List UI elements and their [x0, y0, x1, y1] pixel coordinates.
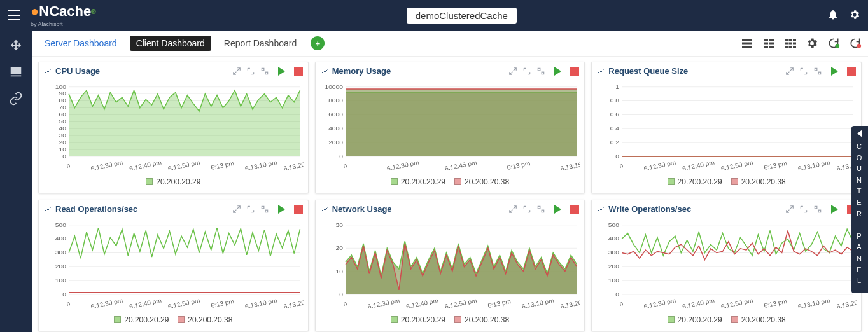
svg-text:6:12:30 pm: 6:12:30 pm — [386, 159, 420, 172]
legend-server-b: 20.200.20.38 — [741, 177, 786, 186]
detach-icon[interactable] — [232, 205, 241, 214]
refresh-green-icon[interactable] — [827, 37, 840, 50]
svg-rect-11 — [793, 39, 796, 41]
tab-report-dashboard[interactable]: Report Dashboard — [218, 36, 303, 51]
svg-text:6:12:40 pm: 6:12:40 pm — [405, 297, 439, 310]
svg-text:2000: 2000 — [328, 139, 343, 146]
svg-rect-12 — [785, 43, 788, 45]
chart-card-write: Write Operations/sec 0100200300400500n6:… — [591, 200, 862, 331]
chart-line-icon — [321, 205, 328, 213]
play-button[interactable] — [278, 67, 285, 76]
detach-icon[interactable] — [232, 67, 241, 76]
svg-text:6:12:50 pm: 6:12:50 pm — [720, 159, 754, 172]
svg-text:6:12:50 pm: 6:12:50 pm — [444, 297, 477, 310]
counter-panel-toggle[interactable]: COUNTER PANEL — [851, 126, 868, 293]
svg-text:n: n — [619, 162, 624, 169]
refresh-red-icon[interactable] — [849, 37, 862, 50]
stop-button[interactable] — [294, 67, 303, 76]
svg-rect-134 — [815, 206, 817, 209]
legend-server-a: 20.200.20.29 — [678, 177, 722, 186]
expand-icon[interactable] — [522, 205, 531, 214]
play-button[interactable] — [831, 67, 838, 76]
svg-text:6:13:10 pm: 6:13:10 pm — [244, 297, 278, 310]
notifications-icon[interactable] — [827, 9, 839, 22]
svg-text:0: 0 — [339, 153, 343, 160]
svg-text:6:13 pm: 6:13 pm — [210, 298, 235, 309]
detach-icon[interactable] — [508, 67, 517, 76]
topology-icon[interactable] — [9, 38, 23, 52]
expand-icon[interactable] — [246, 205, 255, 214]
svg-text:40: 40 — [59, 125, 67, 132]
stop-button[interactable] — [847, 67, 856, 76]
svg-rect-14 — [793, 43, 796, 45]
menu-toggle-icon[interactable] — [8, 10, 20, 20]
svg-text:6:13:20 pm: 6:13:20 pm — [283, 159, 304, 172]
svg-text:0: 0 — [616, 153, 620, 160]
chart-legend: 20.200.20.2920.200.20.38 — [592, 313, 861, 331]
svg-text:6:13 pm: 6:13 pm — [210, 160, 235, 171]
stop-button[interactable] — [294, 205, 303, 214]
svg-text:20: 20 — [59, 139, 67, 146]
tab-server-dashboard[interactable]: Server Dashboard — [38, 36, 123, 51]
stop-button[interactable] — [570, 205, 579, 214]
svg-rect-1 — [742, 43, 752, 45]
svg-marker-67 — [346, 89, 577, 156]
expand-icon[interactable] — [799, 205, 808, 214]
detach-icon[interactable] — [508, 205, 517, 214]
detach-icon[interactable] — [785, 67, 794, 76]
svg-rect-13 — [789, 43, 792, 45]
svg-text:6:12:30 pm: 6:12:30 pm — [90, 297, 124, 310]
svg-text:n: n — [342, 300, 347, 307]
svg-rect-5 — [764, 43, 768, 45]
svg-text:6:12:45 pm: 6:12:45 pm — [444, 159, 477, 172]
legend-server-a: 20.200.20.29 — [124, 315, 169, 324]
settings-icon[interactable] — [813, 205, 822, 214]
play-button[interactable] — [554, 67, 561, 76]
svg-text:6:13 pm: 6:13 pm — [506, 160, 531, 171]
settings-gear-icon[interactable] — [849, 9, 860, 22]
settings-icon[interactable] — [536, 67, 545, 76]
expand-icon[interactable] — [799, 67, 808, 76]
settings-icon[interactable] — [813, 67, 822, 76]
svg-text:6:12:40 pm: 6:12:40 pm — [682, 159, 716, 172]
svg-text:0.4: 0.4 — [610, 125, 620, 132]
svg-rect-74 — [818, 72, 821, 74]
play-button[interactable] — [831, 205, 838, 214]
svg-rect-52 — [538, 68, 541, 71]
svg-point-19 — [857, 44, 862, 48]
layout-1col-icon[interactable] — [741, 37, 753, 50]
svg-text:n: n — [66, 162, 71, 169]
monitor-icon[interactable] — [9, 65, 23, 79]
legend-server-b: 20.200.20.38 — [465, 315, 509, 324]
settings-icon[interactable] — [260, 67, 269, 76]
svg-text:6:13 pm: 6:13 pm — [764, 160, 788, 171]
svg-text:80: 80 — [59, 97, 67, 104]
svg-text:0: 0 — [616, 291, 620, 298]
svg-text:0.8: 0.8 — [610, 97, 620, 104]
link-icon[interactable] — [9, 92, 23, 106]
tab-client-dashboard[interactable]: Client Dashboard — [130, 36, 211, 51]
expand-icon[interactable] — [522, 67, 531, 76]
play-button[interactable] — [554, 205, 561, 214]
play-button[interactable] — [278, 205, 285, 214]
layout-2col-icon[interactable] — [762, 37, 775, 50]
settings-icon[interactable] — [536, 205, 545, 214]
add-dashboard-button[interactable]: + — [311, 36, 325, 50]
svg-rect-8 — [769, 46, 774, 48]
layout-3col-icon[interactable] — [784, 37, 797, 50]
chart-card-net: Network Usage 0102030n6:12:30 pm6:12:40 … — [315, 200, 585, 331]
settings-icon[interactable] — [260, 205, 269, 214]
svg-text:70: 70 — [59, 104, 67, 111]
detach-icon[interactable] — [785, 205, 794, 214]
chart-legend: 20.200.20.2920.200.20.38 — [39, 313, 308, 331]
expand-icon[interactable] — [246, 67, 255, 76]
svg-rect-20 — [262, 68, 264, 71]
svg-text:6:13:20 pm: 6:13:20 pm — [836, 297, 857, 310]
svg-text:500: 500 — [608, 221, 620, 228]
svg-text:6:12:40 pm: 6:12:40 pm — [682, 297, 716, 310]
stop-button[interactable] — [570, 67, 579, 76]
gear-icon[interactable] — [806, 37, 818, 50]
svg-rect-4 — [769, 39, 774, 41]
chart-line-icon — [44, 67, 52, 75]
svg-rect-95 — [265, 210, 268, 212]
